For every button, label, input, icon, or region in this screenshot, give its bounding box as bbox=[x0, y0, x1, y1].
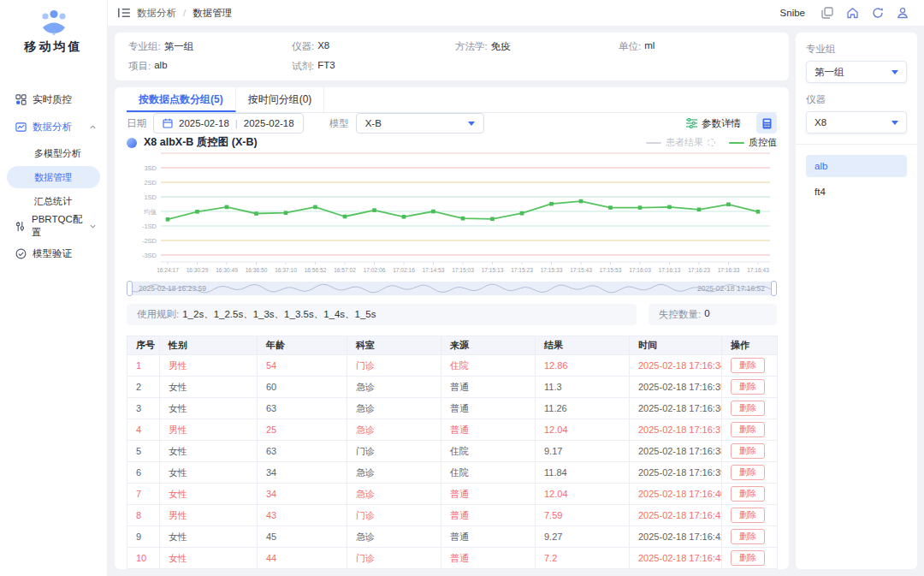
svg-text:17:16:23: 17:16:23 bbox=[688, 267, 710, 273]
model-select[interactable]: X-B bbox=[356, 113, 484, 134]
table-row: 6女性34急诊住院11.842025-02-18 17:16:39删除 bbox=[127, 462, 778, 484]
refresh-icon[interactable] bbox=[872, 7, 884, 19]
table-row: 7女性34急诊普通12.042025-02-18 17:16:40删除 bbox=[127, 484, 778, 505]
sample-info-panel: 专业组:第一组 仪器:X8 方法学:免疫 单位:ml 项目:alb 试剂:FT3 bbox=[115, 33, 789, 80]
model-label: 模型 bbox=[329, 117, 349, 130]
table-row: 4男性25急诊普通12.042025-02-18 17:16:37删除 bbox=[127, 419, 778, 441]
app-title: 移动均值 bbox=[0, 39, 107, 55]
delete-button[interactable]: 删除 bbox=[731, 550, 765, 566]
tab-group-by-points[interactable]: 按数据点数分组(5) bbox=[127, 87, 236, 112]
right-group-select[interactable]: 第一组 bbox=[806, 61, 907, 83]
filter-row: 日期 2025-02-18 | 2025-02-18 模型 X-B bbox=[127, 113, 777, 134]
sidebar-item-数据分析[interactable]: 数据分析 bbox=[0, 115, 107, 139]
table-header-row: 序号性别年龄科室来源结果时间操作 bbox=[127, 336, 778, 355]
breadcrumb-separator: / bbox=[183, 8, 186, 18]
svg-text:16:30:49: 16:30:49 bbox=[216, 267, 238, 273]
left-sidebar: 移动均值 实时质控数据分析多模型分析数据管理汇总统计PBRTQC配置模型验证 bbox=[0, 0, 108, 576]
chevron-down-icon bbox=[891, 121, 898, 125]
sidebar-subitem-数据管理[interactable]: 数据管理 bbox=[7, 166, 100, 188]
column-header-结果: 结果 bbox=[536, 336, 630, 355]
svg-text:16:24:17: 16:24:17 bbox=[157, 267, 179, 273]
svg-text:17:16:13: 17:16:13 bbox=[659, 267, 681, 273]
legend-item-质控值[interactable]: 质控值 bbox=[729, 136, 777, 149]
legend-item-患者结果[interactable]: 患者结果 bbox=[646, 136, 715, 149]
svg-text:-1SD: -1SD bbox=[142, 223, 157, 230]
date-label: 日期 bbox=[127, 117, 146, 130]
info-field-reagent: 试剂:FT3 bbox=[292, 60, 448, 73]
delete-button[interactable]: 删除 bbox=[731, 422, 765, 437]
calculator-button[interactable] bbox=[756, 113, 777, 134]
breadcrumb-parent[interactable]: 数据分析 bbox=[137, 7, 176, 20]
table-row: 8男性43门诊普通7.592025-02-18 17:16:41删除 bbox=[127, 505, 778, 526]
user-name[interactable]: Snibe bbox=[780, 8, 805, 18]
delete-button[interactable]: 删除 bbox=[731, 529, 765, 544]
rules-row: 使用规则: 1_2s、1_2.5s、1_3s、1_3.5s、1_4s、1_5s … bbox=[127, 304, 777, 325]
sidebar-item-实时质控[interactable]: 实时质控 bbox=[0, 87, 107, 111]
check-circle-icon bbox=[15, 248, 27, 259]
table-row: 1男性54门诊住院12.862025-02-18 17:16:34删除 bbox=[127, 355, 778, 377]
qc-main-card: 按数据点数分组(5) 按时间分组(0) 日期 2025-02-18 | 2025… bbox=[115, 87, 789, 569]
datazoom-slider[interactable]: 2025-02-18 16:23:59 2025-02-18 17:16:52 bbox=[128, 282, 775, 295]
sidebar-item-PBRTQC配置[interactable]: PBRTQC配置 bbox=[0, 214, 107, 238]
home-icon[interactable] bbox=[846, 7, 859, 19]
svg-text:1SD: 1SD bbox=[144, 193, 157, 201]
column-header-序号: 序号 bbox=[127, 336, 160, 355]
delete-button[interactable]: 删除 bbox=[731, 465, 765, 480]
svg-text:17:15:23: 17:15:23 bbox=[511, 267, 533, 273]
sidebar-subitem-汇总统计[interactable]: 汇总统计 bbox=[7, 190, 100, 212]
results-table: 序号性别年龄科室来源结果时间操作1男性54门诊住院12.862025-02-18… bbox=[127, 336, 778, 569]
info-field-group: 专业组:第一组 bbox=[128, 40, 285, 53]
delete-button[interactable]: 删除 bbox=[731, 508, 765, 523]
delete-button[interactable]: 删除 bbox=[731, 358, 765, 373]
column-header-科室: 科室 bbox=[347, 336, 441, 355]
params-detail-link[interactable]: 参数详情 bbox=[686, 117, 741, 130]
sidebar-item-模型验证[interactable]: 模型验证 bbox=[0, 241, 107, 265]
people-group-icon bbox=[36, 9, 72, 36]
svg-text:16:37:10: 16:37:10 bbox=[275, 267, 297, 273]
qc-chart: 3SD2SD1SD均值-1SD-2SD-3SD16:24:1716:30:291… bbox=[127, 150, 777, 280]
table-row: 9女性45急诊普通9.272025-02-18 17:16:42删除 bbox=[127, 526, 778, 548]
svg-text:17:15:43: 17:15:43 bbox=[570, 267, 592, 273]
tab-group-by-time[interactable]: 按时间分组(0) bbox=[236, 87, 325, 112]
delete-button[interactable]: 删除 bbox=[731, 379, 765, 395]
right-group-label: 专业组 bbox=[806, 43, 907, 56]
svg-text:17:02:06: 17:02:06 bbox=[364, 267, 386, 273]
divider bbox=[796, 144, 917, 145]
collapse-sidebar-icon[interactable] bbox=[118, 8, 130, 18]
analyte-item-alb[interactable]: alb bbox=[806, 155, 907, 177]
copy-pages-icon[interactable] bbox=[821, 7, 833, 19]
sliders-icon bbox=[686, 118, 697, 128]
analyte-item-ft4[interactable]: ft4 bbox=[806, 181, 907, 203]
chart-header: X8 albX-B 质控图 (X-B) 患者结果质控值 bbox=[127, 135, 777, 150]
right-device-select[interactable]: X8 bbox=[806, 111, 907, 134]
date-range-picker[interactable]: 2025-02-18 | 2025-02-18 bbox=[153, 113, 304, 134]
date-start: 2025-02-18 bbox=[179, 118, 229, 128]
svg-text:16:36:50: 16:36:50 bbox=[246, 267, 268, 273]
delete-button[interactable]: 删除 bbox=[731, 486, 765, 502]
delete-button[interactable]: 删除 bbox=[731, 401, 765, 416]
datazoom-start-label: 2025-02-18 16:23:59 bbox=[139, 284, 206, 293]
grid-icon bbox=[15, 94, 27, 105]
breadcrumb-current: 数据管理 bbox=[192, 7, 232, 20]
svg-text:-2SD: -2SD bbox=[142, 237, 157, 245]
datazoom-left-handle[interactable] bbox=[127, 281, 133, 296]
center-column: 专业组:第一组 仪器:X8 方法学:免疫 单位:ml 项目:alb 试剂:FT3… bbox=[115, 33, 789, 569]
delete-button[interactable]: 删除 bbox=[731, 443, 765, 459]
datazoom-right-handle[interactable] bbox=[771, 281, 777, 296]
sliders-v-icon bbox=[15, 221, 26, 232]
user-icon[interactable] bbox=[897, 7, 909, 19]
column-header-来源: 来源 bbox=[441, 336, 536, 355]
out-of-control-pill: 失控数量: 0 bbox=[649, 304, 777, 325]
top-bar: 数据分析 / 数据管理 Snibe bbox=[108, 0, 924, 26]
chevron-down-icon bbox=[891, 70, 898, 74]
svg-text:17:16:43: 17:16:43 bbox=[747, 267, 769, 273]
content-area: 专业组:第一组 仪器:X8 方法学:免疫 单位:ml 项目:alb 试剂:FT3… bbox=[108, 26, 924, 576]
sidebar-subitem-多模型分析[interactable]: 多模型分析 bbox=[7, 142, 100, 164]
svg-text:17:02:16: 17:02:16 bbox=[393, 267, 415, 273]
app-logo bbox=[0, 0, 107, 36]
svg-text:3SD: 3SD bbox=[144, 164, 157, 172]
chevron-up-icon bbox=[89, 123, 97, 131]
table-row: 5女性63门诊住院9.172025-02-18 17:16:38删除 bbox=[127, 441, 778, 462]
svg-text:16:56:52: 16:56:52 bbox=[305, 267, 327, 273]
svg-text:17:15:13: 17:15:13 bbox=[482, 267, 504, 273]
